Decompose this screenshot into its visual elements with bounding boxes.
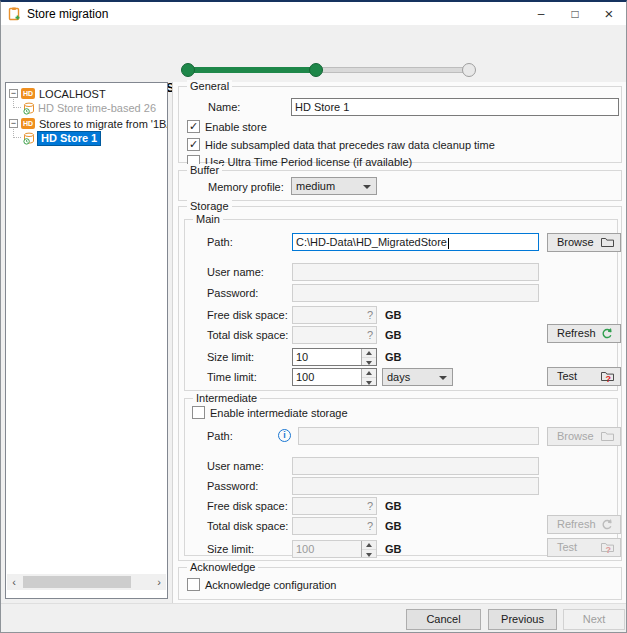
wizard-dot-source <box>181 63 195 77</box>
total-disk-space-value: ? <box>292 326 377 344</box>
intermediate-browse-button[interactable]: Browse <box>547 427 621 446</box>
intermediate-group-title: Intermediate <box>193 392 260 404</box>
gb-unit: GB <box>385 351 402 363</box>
step-up-icon[interactable] <box>362 349 376 358</box>
intermediate-size-stepper[interactable]: 100 <box>292 540 377 558</box>
step-up-icon[interactable] <box>362 541 376 550</box>
intermediate-storage-groupbox: Intermediate Enable intermediate storage… <box>184 398 618 556</box>
scrollbar-thumb[interactable] <box>23 576 131 588</box>
time-limit-stepper[interactable]: 100 <box>292 368 377 386</box>
gb-unit: GB <box>385 329 402 341</box>
collapse-icon[interactable]: − <box>9 119 18 128</box>
wizard-progress: Source Destination Options <box>1 25 626 82</box>
store-migration-dialog: Store migration – □ × Source Destination… <box>0 0 627 633</box>
stepper-arrows[interactable] <box>361 369 376 385</box>
size-limit-stepper[interactable]: 10 <box>292 348 377 366</box>
tree-node-label-selected[interactable]: HD Store 1 <box>37 131 101 146</box>
buffer-group-title: Buffer <box>187 164 222 176</box>
folder-icon <box>601 431 614 443</box>
intermediate-size-label: Size limit: <box>207 543 254 555</box>
tree-node-label[interactable]: HD Store time-based 26 <box>38 102 156 115</box>
collapse-icon[interactable]: − <box>9 89 18 98</box>
previous-button[interactable]: Previous <box>488 609 557 630</box>
memory-profile-label: Memory profile: <box>208 181 284 193</box>
user-name-label: User name: <box>207 266 264 278</box>
store-icon <box>23 132 35 145</box>
window-title: Store migration <box>27 7 108 21</box>
minimize-button[interactable]: – <box>524 2 558 25</box>
buffer-groupbox: Buffer Memory profile: medium <box>178 170 622 201</box>
intermediate-total-value: ? <box>292 517 377 535</box>
acknowledge-groupbox: Acknowledge Acknowledge configuration <box>178 567 622 600</box>
gb-unit: GB <box>385 500 402 512</box>
intermediate-path-input[interactable] <box>298 427 539 445</box>
intermediate-total-label: Total disk space: <box>207 520 288 532</box>
total-disk-space-label: Total disk space: <box>207 329 288 341</box>
memory-profile-select[interactable]: medium <box>291 177 377 195</box>
step-down-icon[interactable] <box>362 378 376 386</box>
wizard-segment-todo <box>317 67 467 73</box>
close-button[interactable]: × <box>592 2 626 25</box>
size-limit-label: Size limit: <box>207 351 254 363</box>
cancel-button[interactable]: Cancel <box>406 609 481 630</box>
time-limit-label: Time limit: <box>207 371 257 383</box>
refresh-icon <box>601 519 614 531</box>
tree-node-stores-to-migrate[interactable]: − HD Stores to migrate from '1BA-FUE-NO <box>6 117 167 131</box>
next-button[interactable]: Next <box>563 609 625 630</box>
info-icon: i <box>278 429 291 442</box>
question-mark-icon: ? <box>606 545 612 555</box>
check-icon: ✓ <box>189 120 198 132</box>
scroll-right-icon[interactable]: › <box>152 576 166 588</box>
gb-unit: GB <box>385 543 402 555</box>
main-group-title: Main <box>193 213 223 225</box>
name-input[interactable]: HD Store 1 <box>291 98 619 116</box>
stepper-arrows[interactable] <box>361 349 376 365</box>
user-name-input[interactable] <box>292 263 539 281</box>
intermediate-test-button[interactable]: Test ? <box>547 538 621 557</box>
hd-server-icon: HD <box>21 88 35 99</box>
enable-intermediate-checkbox[interactable] <box>192 406 205 419</box>
acknowledge-configuration-label: Acknowledge configuration <box>205 579 336 591</box>
intermediate-user-label: User name: <box>207 460 264 472</box>
step-down-icon[interactable] <box>362 358 376 366</box>
wizard-segment-done <box>191 67 317 73</box>
test-button[interactable]: Test ? <box>547 367 621 386</box>
tree-node-label[interactable]: LOCALHOST <box>39 88 106 101</box>
name-label: Name: <box>208 101 240 113</box>
gb-unit: GB <box>385 520 402 532</box>
maximize-button[interactable]: □ <box>558 2 592 25</box>
tree-node-hd-store-time-based[interactable]: HD Store time-based 26 <box>6 101 167 115</box>
title-bar: Store migration – □ × <box>1 2 626 25</box>
tree-node-hd-store-1[interactable]: HD Store 1 <box>6 131 167 145</box>
tree-node-label[interactable]: Stores to migrate from '1BA-FUE-NO <box>39 118 168 131</box>
store-tree: − HD LOCALHOST HD Store time-based 26 − … <box>5 82 168 599</box>
folder-test-icon: ? <box>601 371 614 383</box>
question-mark-icon: ? <box>606 374 612 384</box>
scroll-left-icon[interactable]: ‹ <box>7 576 21 588</box>
step-up-icon[interactable] <box>362 369 376 378</box>
refresh-icon <box>601 328 614 340</box>
wizard-dot-destination <box>309 63 323 77</box>
intermediate-refresh-button[interactable]: Refresh <box>547 515 621 534</box>
ultra-license-label: Use Ultra Time Period license (if availa… <box>205 156 412 168</box>
enable-store-checkbox[interactable]: ✓ <box>187 120 200 133</box>
intermediate-password-input[interactable] <box>292 477 539 495</box>
tree-horizontal-scrollbar[interactable]: ‹ › <box>7 574 166 590</box>
password-input[interactable] <box>292 284 539 302</box>
intermediate-user-input[interactable] <box>292 457 539 475</box>
tree-node-localhost[interactable]: − HD LOCALHOST <box>6 87 167 101</box>
hide-subsampled-label: Hide subsampled data that precedes raw d… <box>205 139 495 151</box>
store-migration-app-icon <box>7 7 21 21</box>
storage-groupbox: Storage Main Path: C:\HD-Data\HD_Migrate… <box>178 206 622 561</box>
browse-button[interactable]: Browse <box>547 233 621 252</box>
acknowledge-configuration-checkbox[interactable] <box>187 578 200 591</box>
password-label: Password: <box>207 287 258 299</box>
hide-subsampled-checkbox[interactable]: ✓ <box>187 138 200 151</box>
time-unit-select[interactable]: days <box>382 368 453 386</box>
stepper-arrows[interactable] <box>361 541 376 557</box>
intermediate-free-label: Free disk space: <box>207 500 288 512</box>
refresh-button[interactable]: Refresh <box>547 324 621 343</box>
step-down-icon[interactable] <box>362 550 376 558</box>
path-input[interactable]: C:\HD-Data\HD_MigratedStore <box>292 233 539 251</box>
hd-server-icon: HD <box>21 118 35 129</box>
